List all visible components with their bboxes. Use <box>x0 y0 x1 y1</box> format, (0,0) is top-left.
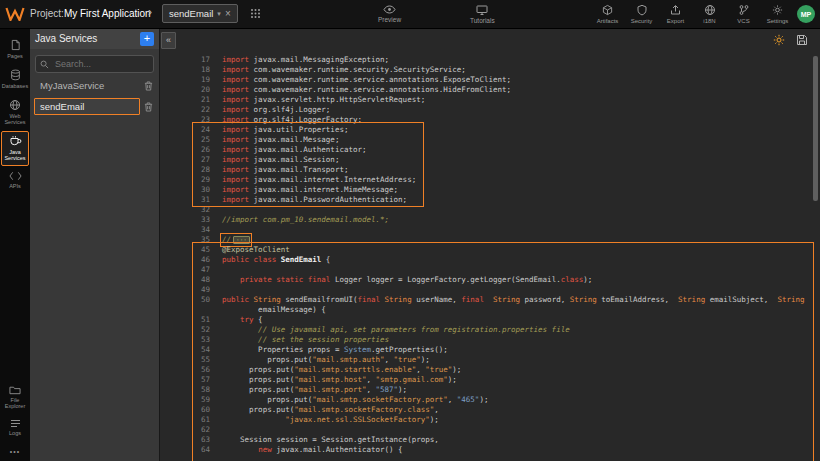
code-line[interactable]: 35//··· <box>160 235 805 245</box>
line-number: 60 <box>160 405 222 415</box>
code-line[interactable]: 20import com.wavemaker.runtime.service.a… <box>160 85 805 95</box>
code-line[interactable]: 52 // Use javamail api, set parameters f… <box>160 325 805 335</box>
tutorials-button[interactable]: Tutorials <box>470 5 495 24</box>
code-line[interactable]: 60 props.put("mail.smtp.socketFactory.cl… <box>160 405 805 415</box>
user-avatar[interactable]: MP <box>797 5 815 23</box>
sidebar-item-pages[interactable]: Pages <box>1 35 29 64</box>
code-line[interactable]: 50public String sendEmailfromUI(final St… <box>160 295 805 305</box>
line-number: 58 <box>160 385 222 395</box>
search-input[interactable] <box>53 58 147 70</box>
code-line[interactable]: emailMessage) { <box>160 305 805 315</box>
code-line[interactable]: 51 try { <box>160 315 805 325</box>
editor-toolbar <box>773 34 808 46</box>
code-line[interactable]: 26import javax.mail.Authenticator; <box>160 145 805 155</box>
chevron-down-icon[interactable]: ▾ <box>217 10 221 18</box>
code-line[interactable]: 31import javax.mail.PasswordAuthenticati… <box>160 195 805 205</box>
rail-label: APIs <box>9 183 21 189</box>
code-line[interactable]: 62 <box>160 425 805 435</box>
sidebar-item-java-services[interactable]: Java Services <box>1 131 29 166</box>
code-line[interactable]: 48 private static final Logger logger = … <box>160 275 805 285</box>
sidebar-item-databases[interactable]: Databases <box>1 65 29 94</box>
code-line[interactable]: 17import javax.mail.MessagingException; <box>160 55 805 65</box>
code-line[interactable]: 24import java.util.Properties; <box>160 125 805 135</box>
code-line[interactable]: 19import com.wavemaker.runtime.service.a… <box>160 75 805 85</box>
editor-settings-icon[interactable] <box>773 34 785 46</box>
apis-icon <box>9 171 22 181</box>
code-line[interactable]: 55 props.put("mail.smtp.auth", "true"); <box>160 355 805 365</box>
tutorials-icon <box>476 5 488 15</box>
code-line[interactable]: 49 <box>160 285 805 295</box>
code-line[interactable]: 63 Session session = Session.getInstance… <box>160 435 805 445</box>
code-line[interactable]: 18import com.wavemaker.runtime.security.… <box>160 65 805 75</box>
code-line[interactable]: 58 props.put("mail.smtp.port", "587"); <box>160 385 805 395</box>
search-box[interactable] <box>35 55 154 73</box>
editor-scrollbar[interactable] <box>813 56 818 201</box>
export-button[interactable]: Export <box>662 4 689 24</box>
save-icon[interactable] <box>796 34 808 46</box>
service-item-label[interactable]: MyJavaService <box>34 77 140 94</box>
tab-sendemail[interactable]: sendEmail ▾ × <box>162 4 238 23</box>
line-number: 35 <box>160 235 222 245</box>
security-button[interactable]: Security <box>628 4 655 24</box>
code-line[interactable]: 33//import com.pm_10.sendemail.model.*; <box>160 215 805 225</box>
project-breadcrumb[interactable]: Project:My First Application <box>30 8 151 19</box>
i18n-button[interactable]: i18N <box>696 4 723 24</box>
line-number: 51 <box>160 315 222 325</box>
code-lines[interactable]: 17import javax.mail.MessagingException;1… <box>160 55 805 455</box>
line-number: 62 <box>160 425 222 435</box>
more-options-icon[interactable]: ••• <box>10 448 20 455</box>
service-item-sendemail[interactable]: sendEmail <box>34 98 155 115</box>
line-number: 55 <box>160 355 222 365</box>
line-number: 28 <box>160 165 222 175</box>
code-line[interactable]: 47 <box>160 265 805 275</box>
line-number: 45 <box>160 245 222 255</box>
folded-code-icon[interactable]: ··· <box>233 236 250 244</box>
line-number: 24 <box>160 125 222 135</box>
close-icon[interactable]: × <box>225 9 231 19</box>
code-line[interactable]: 29import javax.mail.internet.InternetAdd… <box>160 175 805 185</box>
sidebar-item-file-explorer[interactable]: File Explorer <box>1 381 29 414</box>
service-item-label[interactable]: sendEmail <box>34 98 140 115</box>
collapse-panel-button[interactable]: « <box>161 32 176 49</box>
line-number: 27 <box>160 155 222 165</box>
code-line[interactable]: 54 Properties props = System.getProperti… <box>160 345 805 355</box>
code-line[interactable]: 59 props.put("mail.smtp.socketFactory.po… <box>160 395 805 405</box>
artifacts-button[interactable]: Artifacts <box>594 4 621 24</box>
settings-button[interactable]: Settings <box>764 4 791 24</box>
line-number <box>160 305 222 315</box>
code-line[interactable]: 32 <box>160 205 805 215</box>
logs-icon <box>10 419 21 428</box>
export-label: Export <box>667 18 684 24</box>
code-line[interactable]: 23import org.slf4j.LoggerFactory; <box>160 115 805 125</box>
code-line[interactable]: 27import javax.mail.Session; <box>160 155 805 165</box>
code-line[interactable]: 64 new javax.mail.Authenticator() { <box>160 445 805 455</box>
code-line[interactable]: 22import org.slf4j.Logger; <box>160 105 805 115</box>
add-service-button[interactable]: + <box>140 32 154 46</box>
tutorials-label: Tutorials <box>470 17 495 24</box>
sidebar-item-web-services[interactable]: Web Services <box>1 95 29 130</box>
code-line[interactable]: 28import javax.mail.Transport; <box>160 165 805 175</box>
code-editor[interactable]: 17import javax.mail.MessagingException;1… <box>160 28 820 461</box>
code-line[interactable]: 46public class SendEmail { <box>160 255 805 265</box>
vcs-button[interactable]: VCS <box>730 4 757 24</box>
code-line[interactable]: 34 <box>160 225 805 235</box>
chevron-right-icon: › <box>148 5 152 19</box>
line-number: 53 <box>160 335 222 345</box>
service-item-myjavaservice[interactable]: MyJavaService <box>34 77 155 94</box>
code-line[interactable]: 53 // set the session properties <box>160 335 805 345</box>
code-line[interactable]: 56 props.put("mail.smtp.starttls.enable"… <box>160 365 805 375</box>
code-line[interactable]: 21import javax.servlet.http.HttpServletR… <box>160 95 805 105</box>
java-services-panel: Java Services + MyJavaService sendEmail <box>30 28 160 461</box>
sidebar-item-logs[interactable]: Logs <box>1 415 29 441</box>
vcs-icon <box>739 4 749 16</box>
line-number: 20 <box>160 85 222 95</box>
code-line[interactable]: 57 props.put("mail.smtp.host", "smtp.gma… <box>160 375 805 385</box>
code-line[interactable]: 45@ExposeToClient <box>160 245 805 255</box>
trash-icon[interactable] <box>144 81 155 91</box>
code-line[interactable]: 25import javax.mail.Message; <box>160 135 805 145</box>
preview-button[interactable]: Preview <box>378 5 401 23</box>
trash-icon[interactable] <box>144 102 155 112</box>
code-line[interactable]: 61 "javax.net.ssl.SSLSocketFactory"); <box>160 415 805 425</box>
sidebar-item-apis[interactable]: APIs <box>1 167 29 194</box>
code-line[interactable]: 30import javax.mail.internet.MimeMessage… <box>160 185 805 195</box>
